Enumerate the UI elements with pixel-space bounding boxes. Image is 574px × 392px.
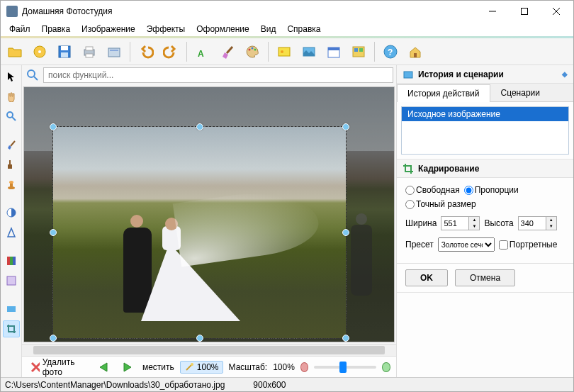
menu-view[interactable]: Вид [255, 23, 282, 35]
svg-rect-1 [521, 9, 527, 15]
tab-history[interactable]: История действий [397, 84, 490, 102]
home-button[interactable] [404, 40, 427, 63]
redo-button[interactable] [159, 40, 182, 63]
save-button[interactable] [53, 40, 76, 63]
effects-button[interactable] [273, 40, 296, 63]
crop-handle-br[interactable] [342, 335, 349, 342]
svg-rect-44 [7, 276, 16, 285]
crop-selection[interactable] [52, 126, 347, 339]
help-button[interactable]: ? [379, 40, 402, 63]
pointer-tool[interactable] [3, 68, 20, 85]
contrast-tool[interactable] [3, 204, 20, 221]
preset-row: Пресет Золотое сечение Портретные [405, 237, 565, 252]
zoom-in-button[interactable] [382, 362, 390, 372]
toolbar-separator [374, 42, 375, 62]
menu-image[interactable]: Изображение [76, 23, 141, 35]
svg-rect-52 [404, 72, 412, 78]
svg-point-17 [252, 47, 254, 49]
status-dimensions: 900x600 [253, 380, 286, 390]
history-list[interactable]: Исходное изображение [401, 106, 569, 155]
zoom-tool[interactable] [3, 108, 20, 125]
calendar-button[interactable] [322, 40, 345, 63]
scan-button[interactable] [103, 40, 125, 63]
brush-button[interactable] [216, 40, 239, 63]
cancel-button[interactable]: Отмена [455, 269, 515, 286]
curves-tool[interactable] [3, 272, 20, 289]
menu-file[interactable]: Файл [4, 23, 36, 35]
tab-scenarios[interactable]: Сценарии [490, 84, 551, 101]
brush-tool[interactable] [3, 136, 20, 153]
sharpen-tool[interactable] [3, 224, 20, 241]
svg-rect-45 [7, 306, 16, 312]
frame-button[interactable] [298, 40, 320, 63]
open-button[interactable] [4, 40, 26, 63]
undo-button[interactable] [135, 40, 157, 63]
status-path: C:\Users\ContentManager\Downloads\30_обр… [5, 380, 225, 390]
stamp-tool[interactable] [3, 176, 20, 193]
bottom-bar: Удалить фото местить 100% Масштаб: 100% [22, 356, 396, 377]
svg-rect-11 [86, 54, 93, 57]
zoom-out-button[interactable] [300, 362, 309, 372]
crop-mode-row: Свободная Пропорции Точный размер [405, 185, 565, 209]
delete-photo-button[interactable]: Удалить фото [28, 356, 89, 379]
palette-button[interactable] [241, 40, 264, 63]
crop-handle-tc[interactable] [196, 123, 203, 130]
levels-tool[interactable] [3, 252, 20, 269]
svg-rect-41 [7, 257, 10, 265]
height-input[interactable]: ▲▼ [518, 216, 557, 230]
portrait-checkbox[interactable]: Портретные [499, 240, 558, 250]
status-bar: C:\Users\ContentManager\Downloads\30_обр… [1, 377, 573, 391]
radio-proportions[interactable]: Пропорции [464, 185, 519, 195]
crop-header: Кадрирование [397, 159, 573, 178]
search-input[interactable] [43, 67, 393, 83]
prev-button[interactable] [94, 359, 113, 375]
maximize-button[interactable] [508, 1, 540, 21]
main-area: Удалить фото местить 100% Масштаб: 100% … [1, 65, 573, 377]
crop-handle-tr[interactable] [342, 123, 349, 130]
delete-icon [30, 362, 40, 373]
search-icon [25, 67, 40, 83]
crop-handle-ml[interactable] [50, 229, 57, 236]
svg-rect-19 [278, 47, 290, 56]
image-canvas[interactable] [23, 86, 395, 342]
fit-button[interactable]: 100% [180, 361, 223, 374]
title-bar: Домашняя Фотостудия [1, 1, 573, 22]
minimize-button[interactable] [476, 1, 508, 21]
crop-handle-bc[interactable] [196, 335, 203, 342]
ok-button[interactable]: OK [405, 269, 448, 286]
crop-tool[interactable] [3, 320, 20, 337]
radio-free[interactable]: Свободная [405, 185, 460, 195]
svg-line-47 [34, 77, 38, 80]
zoom-slider[interactable] [314, 366, 376, 369]
move-label: местить [142, 362, 174, 372]
text-button[interactable]: A [191, 40, 214, 63]
catalog-button[interactable] [28, 40, 51, 63]
menu-design[interactable]: Оформление [191, 23, 254, 35]
menu-bar: Файл Правка Изображение Эффекты Оформлен… [1, 22, 573, 36]
zoom-label: Масштаб: [229, 362, 268, 372]
gradient-tool[interactable] [3, 301, 20, 318]
collage-button[interactable] [347, 40, 370, 63]
clone-tool[interactable] [3, 156, 20, 173]
crop-handle-tl[interactable] [50, 123, 57, 130]
collapse-icon[interactable]: ◆ [562, 70, 568, 78]
history-item[interactable]: Исходное изображение [402, 107, 568, 121]
next-button[interactable] [118, 359, 137, 375]
menu-edit[interactable]: Правка [36, 23, 77, 35]
fit-label: 100% [197, 362, 219, 372]
horizontal-scrollbar[interactable] [22, 344, 396, 356]
preset-select[interactable]: Золотое сечение [438, 237, 495, 252]
crop-handle-bl[interactable] [50, 335, 57, 342]
svg-line-34 [11, 141, 15, 146]
close-button[interactable] [540, 1, 572, 21]
svg-rect-7 [61, 46, 68, 50]
svg-rect-8 [61, 52, 68, 57]
width-input[interactable]: ▲▼ [441, 216, 480, 230]
hand-tool[interactable] [3, 88, 20, 105]
menu-effects[interactable]: Эффекты [141, 23, 191, 35]
menu-help[interactable]: Справка [281, 23, 326, 35]
radio-exact[interactable]: Точный размер [405, 199, 476, 209]
history-panel: История и сценарии ◆ История действий Сц… [397, 65, 573, 159]
crop-handle-mr[interactable] [342, 229, 349, 236]
print-button[interactable] [78, 40, 101, 63]
